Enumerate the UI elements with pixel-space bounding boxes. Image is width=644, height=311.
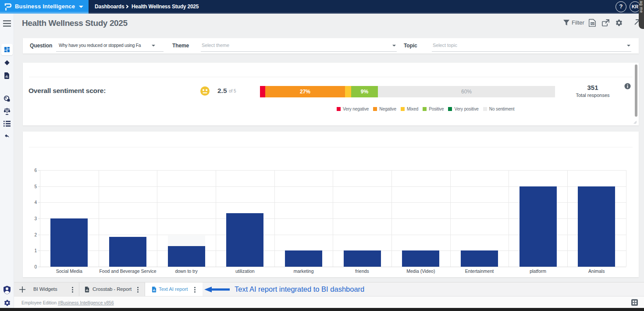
svg-text:PDF: PDF	[591, 23, 594, 25]
